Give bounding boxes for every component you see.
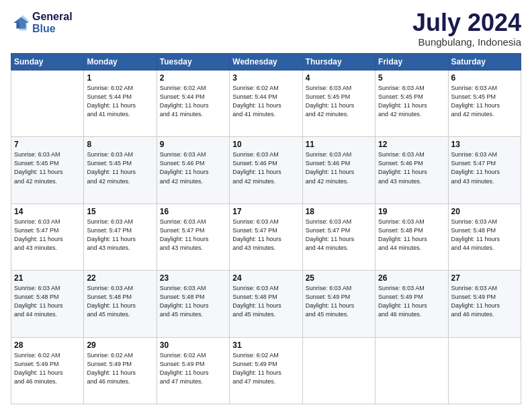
logo: General Blue [11,11,73,34]
calendar-cell [302,337,375,404]
day-number: 21 [14,273,81,283]
calendar-cell: 4Sunrise: 6:03 AM Sunset: 5:45 PM Daylig… [302,71,375,137]
day-info: Sunrise: 6:03 AM Sunset: 5:49 PM Dayligh… [306,284,372,319]
day-number: 17 [232,207,299,216]
calendar-cell: 14Sunrise: 6:03 AM Sunset: 5:47 PM Dayli… [11,203,84,270]
day-info: Sunrise: 6:03 AM Sunset: 5:47 PM Dayligh… [232,218,299,253]
day-info: Sunrise: 6:03 AM Sunset: 5:48 PM Dayligh… [87,284,153,319]
day-info: Sunrise: 6:03 AM Sunset: 5:46 PM Dayligh… [306,150,372,185]
calendar-cell: 24Sunrise: 6:03 AM Sunset: 5:48 PM Dayli… [230,271,302,337]
day-number: 23 [160,273,226,283]
day-info: Sunrise: 6:03 AM Sunset: 5:48 PM Dayligh… [14,284,81,319]
day-info: Sunrise: 6:03 AM Sunset: 5:47 PM Dayligh… [160,218,226,253]
day-info: Sunrise: 6:03 AM Sunset: 5:45 PM Dayligh… [87,150,153,185]
day-info: Sunrise: 6:03 AM Sunset: 5:45 PM Dayligh… [306,84,372,119]
calendar-cell [11,71,84,137]
calendar-cell: 30Sunrise: 6:02 AM Sunset: 5:49 PM Dayli… [157,337,229,404]
day-number: 29 [87,340,153,350]
calendar-cell: 28Sunrise: 6:02 AM Sunset: 5:49 PM Dayli… [11,337,84,404]
day-info: Sunrise: 6:03 AM Sunset: 5:45 PM Dayligh… [451,84,518,119]
calendar-cell: 3Sunrise: 6:02 AM Sunset: 5:44 PM Daylig… [230,71,302,137]
month-title: July 2024 [412,11,521,35]
day-info: Sunrise: 6:02 AM Sunset: 5:49 PM Dayligh… [160,351,226,386]
calendar-cell: 29Sunrise: 6:02 AM Sunset: 5:49 PM Dayli… [84,337,157,404]
day-number: 10 [232,140,299,149]
calendar-cell: 15Sunrise: 6:03 AM Sunset: 5:47 PM Dayli… [84,203,157,270]
day-number: 27 [451,273,518,283]
day-info: Sunrise: 6:03 AM Sunset: 5:48 PM Dayligh… [378,218,445,253]
day-number: 1 [87,73,153,83]
day-number: 28 [14,340,81,350]
calendar-cell [448,337,521,404]
day-number: 24 [232,273,299,283]
calendar-cell: 7Sunrise: 6:03 AM Sunset: 5:45 PM Daylig… [11,137,84,203]
logo-text: General Blue [32,11,73,34]
day-number: 8 [87,140,153,149]
day-number: 9 [160,140,226,149]
calendar-cell: 27Sunrise: 6:03 AM Sunset: 5:49 PM Dayli… [448,271,521,337]
day-number: 30 [160,340,226,350]
day-number: 7 [14,140,81,149]
day-number: 2 [160,73,226,83]
calendar-cell: 8Sunrise: 6:03 AM Sunset: 5:45 PM Daylig… [84,137,157,203]
day-info: Sunrise: 6:03 AM Sunset: 5:49 PM Dayligh… [378,284,445,319]
calendar-cell: 13Sunrise: 6:03 AM Sunset: 5:47 PM Dayli… [448,137,521,203]
day-info: Sunrise: 6:03 AM Sunset: 5:47 PM Dayligh… [451,150,518,185]
day-number: 22 [87,273,153,283]
title-block: July 2024 Bungbulang, Indonesia [412,11,521,48]
day-info: Sunrise: 6:02 AM Sunset: 5:44 PM Dayligh… [87,84,153,119]
header: General Blue July 2024 Bungbulang, Indon… [11,11,521,48]
calendar-cell: 6Sunrise: 6:03 AM Sunset: 5:45 PM Daylig… [448,71,521,137]
weekday-header-wednesday: Wednesday [230,54,302,71]
day-info: Sunrise: 6:03 AM Sunset: 5:48 PM Dayligh… [160,284,226,319]
weekday-header-tuesday: Tuesday [157,54,229,71]
day-info: Sunrise: 6:02 AM Sunset: 5:49 PM Dayligh… [87,351,153,386]
day-number: 31 [232,340,299,350]
weekday-header-row: SundayMondayTuesdayWednesdayThursdayFrid… [11,54,521,71]
calendar-cell: 9Sunrise: 6:03 AM Sunset: 5:46 PM Daylig… [157,137,229,203]
calendar-cell: 5Sunrise: 6:03 AM Sunset: 5:45 PM Daylig… [375,71,448,137]
day-number: 14 [14,207,81,216]
week-row-2: 7Sunrise: 6:03 AM Sunset: 5:45 PM Daylig… [11,137,521,203]
week-row-5: 28Sunrise: 6:02 AM Sunset: 5:49 PM Dayli… [11,337,521,404]
day-info: Sunrise: 6:03 AM Sunset: 5:49 PM Dayligh… [451,284,518,319]
calendar-cell: 17Sunrise: 6:03 AM Sunset: 5:47 PM Dayli… [230,203,302,270]
calendar-cell: 31Sunrise: 6:02 AM Sunset: 5:49 PM Dayli… [230,337,302,404]
calendar-cell [375,337,448,404]
day-number: 26 [378,273,445,283]
day-number: 13 [451,140,518,149]
day-info: Sunrise: 6:03 AM Sunset: 5:46 PM Dayligh… [378,150,445,185]
weekday-header-thursday: Thursday [302,54,375,71]
calendar-cell: 16Sunrise: 6:03 AM Sunset: 5:47 PM Dayli… [157,203,229,270]
logo-icon [11,13,30,32]
day-number: 5 [378,73,445,83]
calendar-cell: 26Sunrise: 6:03 AM Sunset: 5:49 PM Dayli… [375,271,448,337]
day-info: Sunrise: 6:03 AM Sunset: 5:47 PM Dayligh… [14,218,81,253]
calendar-table: SundayMondayTuesdayWednesdayThursdayFrid… [11,53,521,404]
weekday-header-sunday: Sunday [11,54,84,71]
day-number: 20 [451,207,518,216]
day-info: Sunrise: 6:02 AM Sunset: 5:49 PM Dayligh… [14,351,81,386]
page: General Blue July 2024 Bungbulang, Indon… [0,0,532,411]
day-info: Sunrise: 6:03 AM Sunset: 5:48 PM Dayligh… [451,218,518,253]
week-row-1: 1Sunrise: 6:02 AM Sunset: 5:44 PM Daylig… [11,71,521,137]
calendar-cell: 2Sunrise: 6:02 AM Sunset: 5:44 PM Daylig… [157,71,229,137]
calendar-cell: 25Sunrise: 6:03 AM Sunset: 5:49 PM Dayli… [302,271,375,337]
day-number: 6 [451,73,518,83]
day-number: 15 [87,207,153,216]
calendar-cell: 19Sunrise: 6:03 AM Sunset: 5:48 PM Dayli… [375,203,448,270]
day-info: Sunrise: 6:03 AM Sunset: 5:46 PM Dayligh… [232,150,299,185]
day-info: Sunrise: 6:03 AM Sunset: 5:48 PM Dayligh… [232,284,299,319]
calendar-cell: 22Sunrise: 6:03 AM Sunset: 5:48 PM Dayli… [84,271,157,337]
location-subtitle: Bungbulang, Indonesia [412,36,521,48]
day-info: Sunrise: 6:03 AM Sunset: 5:47 PM Dayligh… [306,218,372,253]
calendar-cell: 12Sunrise: 6:03 AM Sunset: 5:46 PM Dayli… [375,137,448,203]
calendar-cell: 11Sunrise: 6:03 AM Sunset: 5:46 PM Dayli… [302,137,375,203]
day-number: 11 [306,140,372,149]
day-number: 25 [306,273,372,283]
day-number: 16 [160,207,226,216]
calendar-cell: 18Sunrise: 6:03 AM Sunset: 5:47 PM Dayli… [302,203,375,270]
day-info: Sunrise: 6:02 AM Sunset: 5:44 PM Dayligh… [232,84,299,119]
day-info: Sunrise: 6:03 AM Sunset: 5:46 PM Dayligh… [160,150,226,185]
weekday-header-monday: Monday [84,54,157,71]
